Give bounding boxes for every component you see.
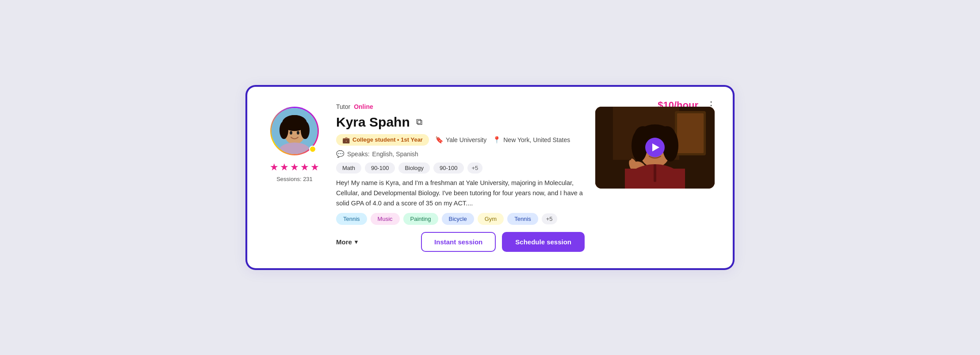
online-indicator — [309, 146, 316, 153]
video-column — [595, 103, 715, 189]
svg-point-5 — [279, 121, 288, 139]
external-link-icon[interactable]: ⧉ — [416, 117, 422, 127]
action-buttons: Instant session Schedule session — [421, 232, 585, 252]
svg-rect-14 — [677, 113, 704, 153]
subject-biology-score: 90-100 — [433, 162, 463, 174]
student-badge: 💼 College student • 1st Year — [336, 134, 429, 146]
hobby-music: Music — [371, 213, 400, 225]
subjects-extra: +5 — [467, 162, 483, 174]
star-3: ★ — [290, 162, 299, 173]
play-button[interactable] — [645, 138, 665, 157]
star-2: ★ — [280, 162, 289, 173]
bookmark-icon: 🔖 — [435, 136, 444, 144]
subject-math: Math — [336, 162, 361, 174]
speaks-row: 💬 Speaks: English, Spanish — [336, 150, 585, 158]
star-rating: ★ ★ ★ ★ ★ — [270, 162, 319, 173]
subject-biology: Biology — [398, 162, 430, 174]
location-item: 📍 New York, United States — [493, 136, 570, 144]
hobby-tennis-2: Tennis — [507, 213, 538, 225]
subjects-row: Math 90-100 Biology 90-100 +5 — [336, 162, 585, 174]
hobby-tennis: Tennis — [336, 213, 367, 225]
online-badge: Online — [354, 103, 373, 110]
name-row: Kyra Spahn ⧉ — [336, 115, 585, 130]
hobby-bicycle: Bicycle — [442, 213, 474, 225]
more-button[interactable]: More ▾ — [336, 238, 358, 246]
svg-point-8 — [290, 131, 292, 135]
avatar-wrap — [270, 107, 319, 155]
tutor-card: $10/hour ⋮ — [247, 86, 733, 269]
svg-point-7 — [285, 115, 304, 126]
play-icon — [652, 143, 659, 151]
bottom-row: More ▾ Instant session Schedule session — [336, 232, 585, 252]
video-thumbnail[interactable] — [595, 107, 715, 189]
hobby-painting: Painting — [403, 213, 438, 225]
svg-point-9 — [297, 131, 299, 135]
sessions-count: Sessions: 231 — [276, 176, 313, 182]
instant-session-button[interactable]: Instant session — [421, 232, 496, 252]
university-item: 🔖 Yale University — [435, 136, 486, 144]
meta-row: 💼 College student • 1st Year 🔖 Yale Univ… — [336, 134, 585, 146]
svg-rect-32 — [654, 164, 656, 182]
left-column: ★ ★ ★ ★ ★ Sessions: 231 — [264, 103, 325, 182]
more-label: More — [336, 238, 352, 246]
tutor-label: Tutor — [336, 103, 350, 110]
location-icon: 📍 — [493, 136, 501, 144]
speaks-label: Speaks: — [347, 150, 370, 158]
content-column: Tutor Online Kyra Spahn ⧉ 💼 College stud… — [336, 103, 585, 252]
star-4: ★ — [300, 162, 309, 173]
main-content-row: ★ ★ ★ ★ ★ Sessions: 231 Tutor Online Kyr… — [264, 103, 715, 252]
languages: English, Spanish — [372, 150, 418, 158]
briefcase-icon: 💼 — [342, 136, 350, 143]
chevron-down-icon: ▾ — [355, 239, 358, 245]
svg-point-6 — [301, 121, 310, 139]
bio-text: Hey! My name is Kyra, and I'm a freshman… — [336, 178, 585, 209]
star-5: ★ — [310, 162, 319, 173]
subject-math-score: 90-100 — [365, 162, 395, 174]
hobbies-row: Tennis Music Painting Bicycle Gym Tennis… — [336, 213, 585, 225]
star-1: ★ — [270, 162, 279, 173]
speech-icon: 💬 — [336, 150, 345, 158]
tutor-status-line: Tutor Online — [336, 103, 585, 110]
hobbies-extra: +5 — [542, 213, 557, 224]
schedule-session-button[interactable]: Schedule session — [502, 232, 585, 252]
tutor-name: Kyra Spahn — [336, 115, 410, 130]
hobby-gym: Gym — [478, 213, 504, 225]
